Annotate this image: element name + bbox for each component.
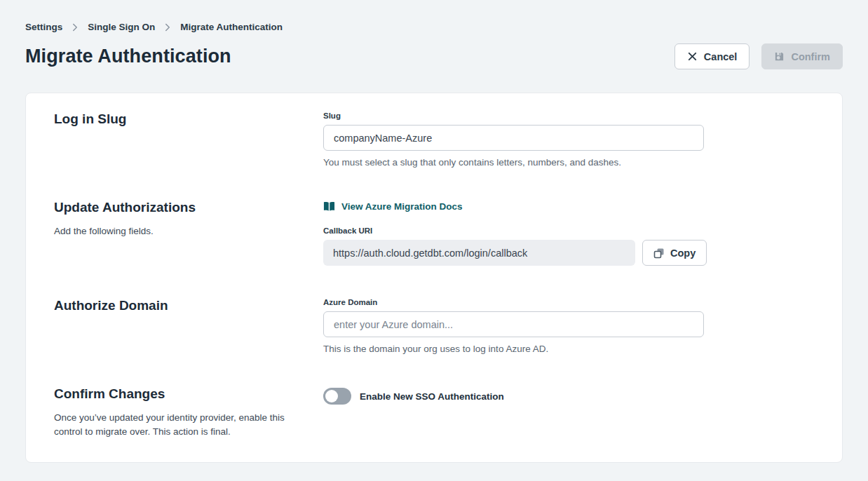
breadcrumb: Settings Single Sign On Migrate Authenti… [25,0,843,32]
callback-uri-field[interactable]: https://auth.cloud.getdbt.com/login/call… [323,240,635,266]
settings-card: Log in Slug Slug You must select a slug … [25,93,843,463]
docs-link-label: View Azure Migration Docs [341,201,463,212]
section-update-authorizations: Update Authorizations Add the following … [54,200,814,266]
update-authorizations-description: Add the following fields. [54,224,287,238]
cancel-button[interactable]: Cancel [674,43,750,69]
confirm-changes-heading: Confirm Changes [54,386,295,402]
page-header: Migrate Authentication Cancel Confirm [25,43,843,69]
header-actions: Cancel Confirm [674,43,843,69]
azure-domain-input[interactable] [323,311,704,337]
confirm-changes-description: Once you’ve updated your identity provid… [54,411,287,438]
slug-help-text: You must select a slug that only contain… [323,157,814,168]
confirm-button[interactable]: Confirm [761,43,843,69]
save-icon [774,51,785,62]
azure-domain-label: Azure Domain [323,298,814,306]
sso-enable-toggle[interactable] [323,388,351,405]
copy-button[interactable]: Copy [642,240,707,266]
migrate-authentication-page: Settings Single Sign On Migrate Authenti… [0,0,868,463]
x-icon [687,51,698,62]
section-confirm-changes: Confirm Changes Once you’ve updated your… [54,386,814,438]
update-authorizations-heading: Update Authorizations [54,200,295,215]
open-book-icon [323,201,335,212]
sso-toggle-label: Enable New SSO Authentication [360,391,504,402]
chevron-right-icon [71,23,79,32]
page-title: Migrate Authentication [25,46,231,67]
cancel-button-label: Cancel [704,51,738,62]
callback-uri-label: Callback URI [323,226,814,235]
azure-domain-help-text: This is the domain your org uses to log … [323,344,814,354]
copy-icon [653,248,665,259]
slug-input[interactable] [323,125,704,151]
section-authorize-domain: Authorize Domain Azure Domain This is th… [54,298,814,354]
section-login-slug: Log in Slug Slug You must select a slug … [54,111,814,168]
login-slug-heading: Log in Slug [54,111,295,127]
slug-label: Slug [323,111,814,120]
confirm-button-label: Confirm [791,51,830,62]
breadcrumb-single-sign-on[interactable]: Single Sign On [88,22,155,32]
authorize-domain-heading: Authorize Domain [54,298,295,313]
breadcrumb-current-page: Migrate Authentication [180,22,283,32]
breadcrumb-settings[interactable]: Settings [25,22,62,32]
azure-migration-docs-link[interactable]: View Azure Migration Docs [323,201,463,212]
copy-button-label: Copy [670,248,696,259]
chevron-right-icon [163,23,172,32]
toggle-knob [325,390,338,402]
